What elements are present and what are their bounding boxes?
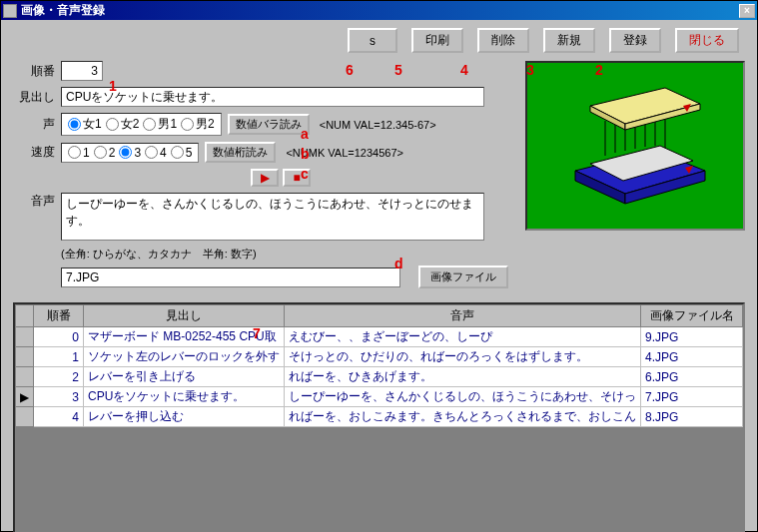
grid-header-row: 順番 見出し 音声 画像ファイル名 <box>16 305 743 327</box>
delete-button[interactable]: 削除 <box>477 28 529 53</box>
voice-label: 声 <box>13 116 55 133</box>
speed-3-radio[interactable] <box>119 146 132 159</box>
file-button[interactable]: 画像ファイル <box>418 266 508 288</box>
row-selector[interactable] <box>16 407 34 427</box>
close-button[interactable]: 閉じる <box>675 28 739 53</box>
image-preview <box>525 61 745 231</box>
row-selector[interactable] <box>16 347 34 367</box>
order-input[interactable] <box>61 61 103 81</box>
heading-input[interactable] <box>61 87 484 107</box>
audio-textarea[interactable]: しーぴーゆーを、さんかくじるしの、ほうこうにあわせ、そけっとにのせます。 <box>61 193 484 241</box>
print-button[interactable]: 印刷 <box>411 28 463 53</box>
heading-label: 見出し <box>13 89 55 106</box>
numval-text: <NUM VAL=12.345-67> <box>320 119 436 131</box>
col-audio[interactable]: 音声 <box>285 305 641 327</box>
register-button[interactable]: 登録 <box>609 28 661 53</box>
new-button[interactable]: 新規 <box>543 28 595 53</box>
cpu-diagram-icon <box>545 76 725 216</box>
cell-heading[interactable]: ソケット左のレバーのロックを外す <box>84 347 285 367</box>
row-selector[interactable]: ▶ <box>16 387 34 407</box>
cell-file[interactable]: 8.JPG <box>641 407 743 427</box>
annot-d: d <box>394 256 403 271</box>
voice-m1-radio[interactable] <box>143 118 156 131</box>
window-close-button[interactable]: × <box>739 4 755 18</box>
file-input[interactable] <box>61 267 400 287</box>
form-area: 順番 見出し 声 女1 女2 男1 男2 数値バラ読み <N <box>13 61 745 294</box>
voice-row: 声 女1 女2 男1 男2 数値バラ読み <NUM VAL=12.345-67> <box>13 113 515 136</box>
table-row[interactable]: ▶3CPUをソケットに乗せます。しーぴーゆーを、さんかくじるしの、ほうこうにあわ… <box>16 387 743 407</box>
cell-file[interactable]: 9.JPG <box>641 327 743 347</box>
table-row[interactable]: 4レバーを押し込むればーを、おしこみます。きちんとろっくされるまで、おしこん8.… <box>16 407 743 427</box>
titlebar: 画像・音声登録 × <box>1 1 757 20</box>
data-grid[interactable]: 順番 見出し 音声 画像ファイル名 0マザーボード MB-0252-455 CP… <box>15 304 743 427</box>
cell-file[interactable]: 7.JPG <box>641 387 743 407</box>
speed-1-radio[interactable] <box>68 146 81 159</box>
grid-container: 順番 見出し 音声 画像ファイル名 0マザーボード MB-0252-455 CP… <box>13 302 745 532</box>
cell-file[interactable]: 4.JPG <box>641 347 743 367</box>
cell-audio[interactable]: ればーを、ひきあげます。 <box>285 367 641 387</box>
voice-f2-radio[interactable] <box>106 118 119 131</box>
content-area: s 印刷 削除 新規 登録 閉じる 6 5 4 3 2 1 a b c d 7 … <box>1 20 757 531</box>
table-row[interactable]: 1ソケット左のレバーのロックを外すそけっとの、ひだりの、ればーのろっくをはずしま… <box>16 347 743 367</box>
annot-5: 5 <box>394 62 402 78</box>
heading-row: 見出し <box>13 87 515 107</box>
numk-button[interactable]: 数値桁読み <box>205 142 276 163</box>
speed-radio-group: 1 2 3 4 5 <box>61 143 199 163</box>
col-order[interactable]: 順番 <box>34 305 84 327</box>
speed-5-radio[interactable] <box>171 146 184 159</box>
speed-4-radio[interactable] <box>145 146 158 159</box>
play-button[interactable]: ▶ <box>251 169 279 187</box>
col-heading[interactable]: 見出し <box>84 305 285 327</box>
file-row: 画像ファイル <box>61 266 515 288</box>
annot-a: a <box>301 126 309 142</box>
annot-c: c <box>301 166 309 182</box>
speed-label: 速度 <box>13 144 55 161</box>
s-button[interactable]: s <box>348 28 397 53</box>
speed-2-radio[interactable] <box>94 146 107 159</box>
cell-audio[interactable]: しーぴーゆーを、さんかくじるしの、ほうこうにあわせ、そけっ <box>285 387 641 407</box>
cell-heading[interactable]: レバーを押し込む <box>84 407 285 427</box>
annot-3: 3 <box>526 62 534 78</box>
voice-m2-radio[interactable] <box>181 118 194 131</box>
numval-button[interactable]: 数値バラ読み <box>228 114 310 135</box>
window: 画像・音声登録 × s 印刷 削除 新規 登録 閉じる 6 5 4 3 2 1 … <box>0 0 758 532</box>
voice-f2[interactable]: 女2 <box>106 116 140 133</box>
speed-1[interactable]: 1 <box>68 146 90 160</box>
col-file[interactable]: 画像ファイル名 <box>641 305 743 327</box>
window-title: 画像・音声登録 <box>21 2 739 19</box>
speed-2[interactable]: 2 <box>94 146 116 160</box>
row-selector[interactable] <box>16 327 34 347</box>
cell-order[interactable]: 4 <box>34 407 84 427</box>
cell-audio[interactable]: ればーを、おしこみます。きちんとろっくされるまで、おしこん <box>285 407 641 427</box>
speed-5[interactable]: 5 <box>171 146 193 160</box>
grid-corner <box>16 305 34 327</box>
audio-row: 音声 しーぴーゆーを、さんかくじるしの、ほうこうにあわせ、そけっとにのせます。 <box>13 193 515 241</box>
play-row: ▶ ■ <box>61 169 515 187</box>
voice-m2[interactable]: 男2 <box>181 116 215 133</box>
speed-3[interactable]: 3 <box>119 146 141 160</box>
cell-file[interactable]: 6.JPG <box>641 367 743 387</box>
order-row: 順番 <box>13 61 515 81</box>
annot-6: 6 <box>346 62 354 78</box>
voice-f1[interactable]: 女1 <box>68 116 102 133</box>
table-row[interactable]: 0マザーボード MB-0252-455 CPU取えむびー、、まざーぼーどの、しー… <box>16 327 743 347</box>
cell-audio[interactable]: えむびー、、まざーぼーどの、しーぴ <box>285 327 641 347</box>
order-label: 順番 <box>13 63 55 80</box>
cell-order[interactable]: 3 <box>34 387 84 407</box>
cell-heading[interactable]: CPUをソケットに乗せます。 <box>84 387 285 407</box>
voice-f1-radio[interactable] <box>68 118 81 131</box>
table-row[interactable]: 2レバーを引き上げるればーを、ひきあげます。6.JPG <box>16 367 743 387</box>
speed-4[interactable]: 4 <box>145 146 167 160</box>
annot-2: 2 <box>595 62 603 78</box>
audio-hint: (全角: ひらがな、カタカナ 半角: 数字) <box>61 247 515 262</box>
annot-4: 4 <box>460 62 468 78</box>
cell-audio[interactable]: そけっとの、ひだりの、ればーのろっくをはずします。 <box>285 347 641 367</box>
cell-order[interactable]: 0 <box>34 327 84 347</box>
cell-order[interactable]: 2 <box>34 367 84 387</box>
row-selector[interactable] <box>16 367 34 387</box>
annot-7: 7 <box>253 325 261 341</box>
cell-order[interactable]: 1 <box>34 347 84 367</box>
voice-m1[interactable]: 男1 <box>143 116 177 133</box>
cell-heading[interactable]: レバーを引き上げる <box>84 367 285 387</box>
voice-radio-group: 女1 女2 男1 男2 <box>61 113 222 136</box>
